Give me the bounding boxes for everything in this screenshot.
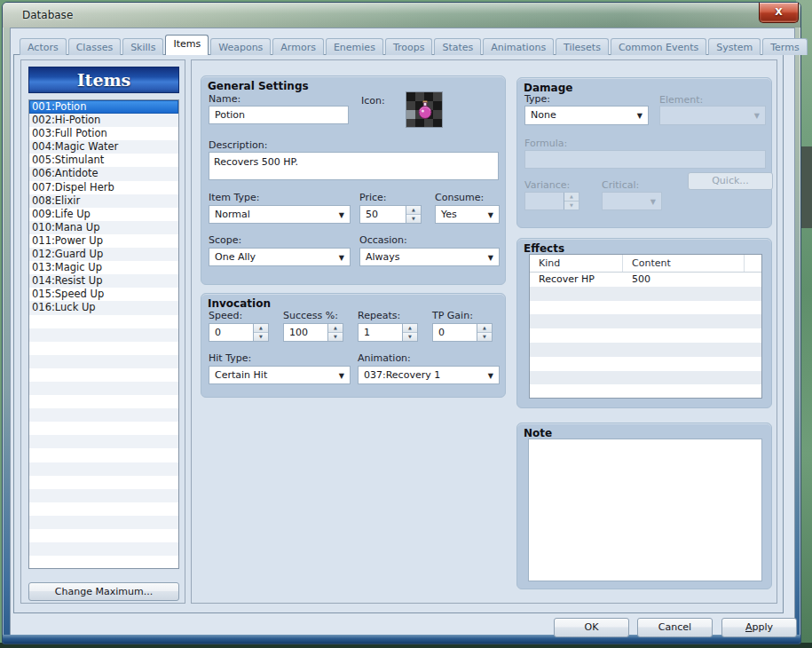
list-item-empty[interactable]: [29, 342, 178, 355]
effect-row-empty[interactable]: [530, 314, 761, 328]
tab-common-events[interactable]: Common Events: [611, 38, 706, 55]
hit-type-dropdown[interactable]: Certain Hit ▼: [209, 366, 351, 384]
spin-up-icon[interactable]: ▲: [477, 324, 492, 333]
cancel-button[interactable]: Cancel: [637, 618, 713, 637]
list-item[interactable]: 011:Power Up: [29, 234, 178, 248]
list-item[interactable]: 005:Stimulant: [29, 154, 178, 167]
tab-items[interactable]: Items: [165, 35, 209, 55]
list-item[interactable]: 012:Guard Up: [29, 248, 178, 261]
spin-down-icon[interactable]: ▼: [254, 333, 268, 342]
price-stepper[interactable]: 50 ▲▼: [359, 205, 422, 224]
effect-row-empty[interactable]: [530, 384, 761, 399]
tab-states[interactable]: States: [434, 38, 481, 55]
speed-stepper[interactable]: 0 ▲▼: [209, 323, 269, 342]
spin-down-icon[interactable]: ▼: [403, 333, 417, 342]
damage-type-dropdown[interactable]: None ▼: [524, 106, 649, 125]
item-type-dropdown[interactable]: Normal ▼: [209, 205, 351, 224]
tab-skills[interactable]: Skills: [122, 38, 163, 55]
success-stepper[interactable]: 100 ▲▼: [283, 323, 343, 342]
list-item[interactable]: 003:Full Potion: [29, 127, 178, 140]
list-item-empty[interactable]: [29, 368, 178, 382]
apply-button[interactable]: Apply: [721, 618, 797, 637]
list-item[interactable]: 010:Mana Up: [29, 221, 178, 234]
effect-row-empty[interactable]: [530, 371, 761, 385]
list-item-empty[interactable]: [29, 422, 178, 435]
list-item-empty[interactable]: [29, 516, 178, 529]
spin-up-icon: ▲: [564, 193, 579, 202]
list-item[interactable]: 008:Elixir: [29, 194, 178, 208]
spin-down-icon[interactable]: ▼: [406, 215, 421, 224]
list-item-empty[interactable]: [29, 408, 178, 422]
list-item[interactable]: 002:Hi-Potion: [29, 114, 178, 127]
close-button[interactable]: X: [759, 3, 799, 23]
effect-row-empty[interactable]: [530, 343, 761, 357]
tab-tilesets[interactable]: Tilesets: [556, 38, 609, 55]
spin-up-icon[interactable]: ▲: [254, 324, 268, 333]
list-item[interactable]: 015:Speed Up: [29, 288, 178, 301]
effects-table[interactable]: Kind Content Recover HP500: [529, 254, 762, 399]
note-field[interactable]: [528, 439, 762, 581]
tab-system[interactable]: System: [708, 38, 761, 55]
tab-troops[interactable]: Troops: [385, 38, 433, 55]
list-item[interactable]: 001:Potion: [29, 100, 178, 114]
spin-up-icon[interactable]: ▲: [406, 206, 421, 215]
column-header-content: Content: [623, 255, 745, 272]
tab-terms[interactable]: Terms: [762, 38, 807, 55]
tab-enemies[interactable]: Enemies: [326, 38, 383, 55]
tab-classes[interactable]: Classes: [68, 38, 121, 55]
ok-button[interactable]: OK: [554, 618, 629, 637]
list-item[interactable]: 014:Resist Up: [29, 274, 178, 288]
list-item-empty[interactable]: [29, 355, 178, 368]
spin-up-icon[interactable]: ▲: [403, 324, 417, 333]
list-item-empty[interactable]: [29, 476, 178, 489]
critical-dropdown: ▼: [602, 192, 662, 210]
repeats-stepper[interactable]: 1 ▲▼: [358, 323, 418, 342]
list-item-empty[interactable]: [29, 542, 178, 556]
effect-row-empty[interactable]: [530, 357, 761, 371]
list-item-empty[interactable]: [29, 489, 178, 502]
titlebar[interactable]: Database X: [3, 3, 800, 28]
item-icon-button[interactable]: [406, 91, 443, 128]
tab-actors[interactable]: Actors: [20, 38, 67, 55]
tab-animations[interactable]: Animations: [483, 38, 554, 55]
list-item-empty[interactable]: [29, 328, 178, 342]
list-item-empty[interactable]: [29, 435, 178, 448]
item-list-panel: Items 001:Potion002:Hi-Potion003:Full Po…: [20, 59, 185, 604]
chevron-down-icon: ▼: [637, 112, 643, 120]
spin-down-icon[interactable]: ▼: [328, 333, 343, 342]
consume-dropdown[interactable]: Yes ▼: [435, 205, 500, 224]
effect-row-empty[interactable]: [530, 328, 761, 343]
list-item-empty[interactable]: [29, 382, 178, 395]
occasion-dropdown[interactable]: Always ▼: [359, 248, 500, 266]
tab-weapons[interactable]: Weapons: [210, 38, 271, 55]
effect-content: [623, 343, 632, 357]
list-item-empty[interactable]: [29, 502, 178, 516]
animation-dropdown[interactable]: 037:Recovery 1 ▼: [358, 366, 500, 384]
list-item[interactable]: 016:Luck Up: [29, 301, 178, 314]
effect-row[interactable]: Recover HP500: [530, 273, 761, 287]
list-item[interactable]: 007:Dispel Herb: [29, 181, 178, 194]
name-field[interactable]: Potion: [209, 106, 349, 124]
effect-content: [623, 314, 632, 328]
list-item[interactable]: 013:Magic Up: [29, 261, 178, 274]
list-item-empty[interactable]: [29, 315, 178, 328]
tab-armors[interactable]: Armors: [272, 38, 324, 55]
list-item-empty[interactable]: [29, 529, 178, 542]
description-field[interactable]: Recovers 500 HP.: [209, 152, 499, 180]
change-maximum-button[interactable]: Change Maximum...: [28, 582, 179, 601]
item-list[interactable]: 001:Potion002:Hi-Potion003:Full Potion00…: [28, 99, 179, 569]
tp-gain-stepper[interactable]: 0 ▲▼: [432, 323, 493, 342]
list-item-empty[interactable]: [29, 462, 178, 476]
list-item-empty[interactable]: [29, 556, 178, 569]
list-item[interactable]: 006:Antidote: [29, 167, 178, 180]
list-item-empty[interactable]: [29, 448, 178, 462]
effect-content: [623, 328, 632, 343]
spin-up-icon[interactable]: ▲: [328, 324, 343, 333]
list-item-empty[interactable]: [29, 395, 178, 408]
spin-down-icon[interactable]: ▼: [477, 333, 492, 342]
effect-row-empty[interactable]: [530, 301, 761, 315]
scope-dropdown[interactable]: One Ally ▼: [209, 248, 351, 266]
list-item[interactable]: 009:Life Up: [29, 208, 178, 221]
list-item[interactable]: 004:Magic Water: [29, 140, 178, 154]
effect-row-empty[interactable]: [530, 287, 761, 301]
